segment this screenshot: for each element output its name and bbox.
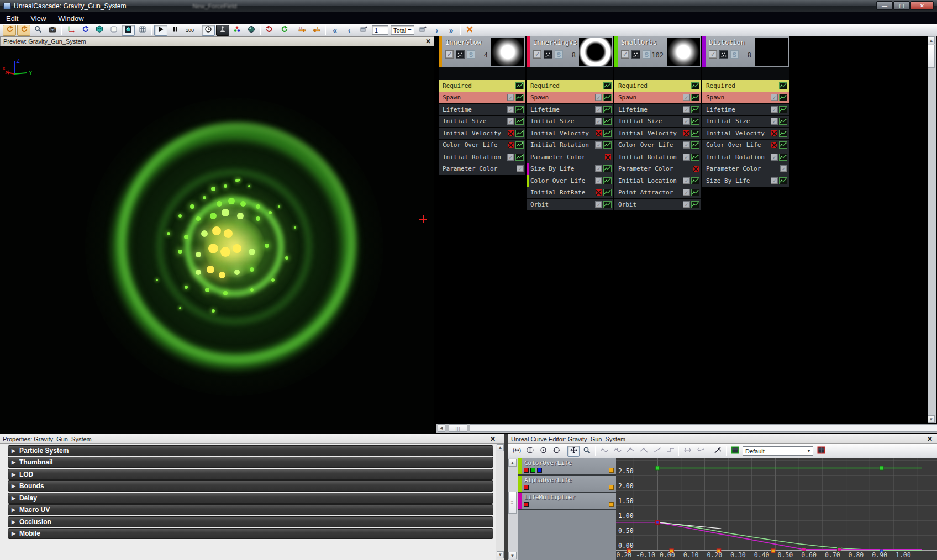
pan-mode-button[interactable]	[567, 446, 580, 457]
emitter-solo-button[interactable]: S	[467, 50, 475, 59]
module-curve-icon[interactable]	[779, 94, 787, 101]
emitter-burst-icon[interactable]	[719, 50, 728, 59]
emitter-enabled-checkbox[interactable]: ✓	[709, 50, 717, 59]
module-enabled-checkbox[interactable]: ✓	[595, 94, 602, 101]
module-row-parameter-color[interactable]: Parameter Color✓	[439, 163, 525, 175]
scroll-up-icon[interactable]: ▲	[928, 36, 935, 44]
property-section-particle-system[interactable]: ▶Particle System	[8, 445, 493, 456]
toggle-realtime-button[interactable]	[202, 25, 215, 36]
module-curve-icon[interactable]	[779, 154, 787, 161]
tangent-auto-clamped-button[interactable]	[611, 446, 623, 457]
curve-track-alphaoverlife[interactable]: AlphaOverLife	[518, 476, 616, 493]
module-row-initial-rotation[interactable]: Initial Rotation✓	[614, 151, 701, 163]
module-row-initial-velocity[interactable]: Initial Velocity	[439, 127, 525, 139]
module-curve-icon[interactable]	[603, 82, 612, 89]
module-curve-icon[interactable]	[603, 141, 612, 149]
module-curve-icon[interactable]	[515, 130, 524, 137]
module-disabled-icon[interactable]	[595, 189, 602, 196]
module-row-initial-rotation[interactable]: Initial Rotation✓	[527, 139, 613, 151]
emitter-enabled-checkbox[interactable]: ✓	[621, 50, 629, 59]
module-enabled-checkbox[interactable]: ✓	[507, 106, 514, 113]
curve-track-lifemultiplier[interactable]: LifeMultiplier	[518, 493, 616, 510]
module-enabled-checkbox[interactable]: ✓	[683, 189, 690, 196]
module-curve-icon[interactable]	[603, 94, 612, 101]
tangent-user-button[interactable]	[624, 446, 636, 457]
module-row-initial-rotation[interactable]: Initial Rotation✓	[439, 151, 525, 163]
flatten-tangents-button[interactable]	[681, 446, 693, 457]
undo-button[interactable]	[263, 25, 276, 36]
module-row-parameter-color[interactable]: Parameter Color	[527, 151, 613, 163]
toggle-origin-axis-button[interactable]	[64, 25, 77, 36]
module-enabled-checkbox[interactable]: ✓	[771, 154, 778, 161]
module-enabled-checkbox[interactable]: ✓	[683, 106, 690, 113]
scroll-left-icon[interactable]: ◄	[438, 424, 445, 432]
channel-toggle[interactable]	[537, 468, 542, 473]
curve-track-coloroverlife[interactable]: ColorOverLife	[518, 458, 616, 476]
toggle-orbit-mode-button[interactable]	[78, 25, 92, 36]
emitter-horizontal-scrollbar[interactable]: ◄ |||	[436, 424, 937, 433]
tangent-constant-button[interactable]	[664, 446, 676, 457]
property-section-lod[interactable]: ▶LOD	[8, 469, 493, 480]
restart-level-button[interactable]	[17, 25, 30, 36]
module-enabled-checkbox[interactable]: ✓	[507, 154, 514, 161]
module-row-lifetime[interactable]: Lifetime✓	[614, 103, 701, 115]
channel-toggle[interactable]	[524, 485, 529, 490]
module-curve-icon[interactable]	[691, 94, 699, 101]
module-row-parameter-color[interactable]: Parameter Color✓	[702, 163, 789, 175]
module-row-size-by-life[interactable]: Size By Life✓	[702, 175, 789, 187]
module-curve-icon[interactable]	[691, 154, 699, 161]
scroll-down-icon[interactable]: ▼	[497, 551, 504, 558]
curve-tab-dropdown[interactable]: Default▼	[743, 446, 813, 456]
module-curve-icon[interactable]	[603, 177, 612, 184]
module-row-orbit[interactable]: Orbit✓	[614, 198, 701, 210]
module-row-initial-size[interactable]: Initial Size✓	[527, 115, 613, 128]
window-titlebar[interactable]: UnrealCascade: Gravity_Gun_System New_Fo…	[0, 0, 937, 12]
module-row-lifetime[interactable]: Lifetime✓	[439, 103, 525, 115]
create-tab-button[interactable]	[729, 446, 741, 457]
menu-item-window[interactable]: Window	[52, 12, 90, 24]
module-curve-icon[interactable]	[691, 177, 699, 184]
tangent-auto-button[interactable]	[598, 446, 610, 457]
module-row-initial-size[interactable]: Initial Size✓	[614, 115, 701, 128]
fit-selected-button[interactable]	[550, 446, 562, 457]
module-row-point-attractor[interactable]: Point Attractor✓	[614, 187, 701, 199]
module-row-required[interactable]: Required	[614, 80, 701, 92]
module-curve-icon[interactable]	[515, 94, 524, 101]
module-curve-icon[interactable]	[779, 141, 787, 149]
module-row-required[interactable]: Required	[527, 80, 613, 92]
delete-tab-button[interactable]	[815, 446, 827, 457]
module-enabled-checkbox[interactable]: ✓	[683, 118, 690, 125]
menu-item-edit[interactable]: Edit	[0, 12, 24, 24]
module-curve-icon[interactable]	[515, 82, 524, 89]
scroll-up-icon[interactable]: ▲	[508, 459, 517, 467]
module-curve-icon[interactable]	[779, 130, 787, 137]
module-enabled-checkbox[interactable]: ✓	[683, 141, 690, 149]
emitter-header[interactable]: SmallOrbs✓S102	[614, 36, 701, 67]
module-curve-icon[interactable]	[779, 118, 787, 125]
module-disabled-icon[interactable]	[507, 141, 514, 149]
emitter-enabled-checkbox[interactable]: ✓	[445, 50, 454, 59]
module-curve-icon[interactable]	[691, 189, 699, 196]
lod-add-after-button[interactable]	[416, 25, 429, 36]
module-enabled-checkbox[interactable]: ✓	[507, 118, 514, 125]
toggle-motion-button[interactable]	[216, 25, 229, 36]
module-enabled-checkbox[interactable]: ✓	[595, 106, 602, 113]
module-curve-icon[interactable]	[779, 177, 787, 184]
track-visibility-toggle[interactable]	[609, 468, 614, 473]
emitter-header[interactable]: InnerGlow✓S4	[439, 36, 525, 67]
zoom-mode-button[interactable]	[581, 446, 593, 457]
property-section-occlusion[interactable]: ▶Occlusion	[8, 516, 493, 527]
scrollbar-track[interactable]	[470, 424, 937, 432]
lod-jump-lowest-button[interactable]: «	[328, 25, 341, 36]
emitter-vertical-scrollbar[interactable]: ▲ ▼	[928, 36, 936, 423]
emitter-burst-icon[interactable]	[631, 50, 640, 59]
module-curve-icon[interactable]	[691, 201, 699, 208]
module-curve-icon[interactable]	[515, 141, 524, 149]
module-enabled-checkbox[interactable]: ✓	[595, 201, 602, 208]
module-curve-icon[interactable]	[603, 118, 612, 125]
curve-track-scrollbar[interactable]: ▲ ≡ ▼	[508, 458, 518, 560]
module-row-size-by-life[interactable]: Size By Life✓	[527, 163, 613, 175]
module-row-color-over-life[interactable]: Color Over Life	[439, 139, 525, 151]
module-enabled-checkbox[interactable]: ✓	[683, 94, 690, 101]
maximize-button[interactable]: ▢	[893, 1, 910, 10]
